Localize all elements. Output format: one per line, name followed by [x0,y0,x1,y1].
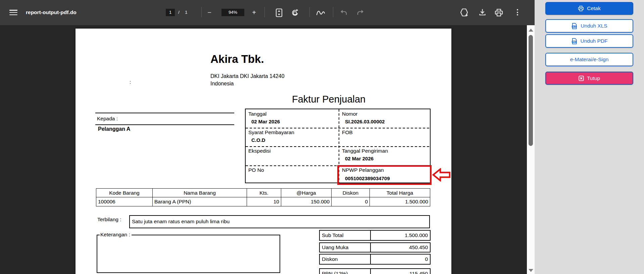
item-kts: 10 [247,197,281,206]
info-value-tanggal-pengiriman: 02 Mar 2026 [345,156,374,161]
pdf-toolbar: report-output-pdf.do 1 / 1 − 94% + [0,0,535,25]
redo-icon[interactable] [356,9,364,17]
keterangan-box: Keterangan : [97,235,280,273]
item-diskon: 0 [332,197,370,206]
info-label-tanggal-pengiriman: Tanggal Pengiriman [342,148,388,154]
item-nama: Barang A (PPN) [153,197,247,206]
total-row-subtotal: Sub Total 1.500.000 [319,230,431,241]
pdf-file-icon: PDF [571,38,578,44]
total-label: Sub Total [322,232,343,238]
annotate-draw-icon[interactable] [316,9,325,18]
toolbar-separator [201,7,202,17]
page-number-input[interactable]: 1 [166,9,175,16]
page-count: 1 [185,10,188,15]
svg-text:XLS: XLS [573,25,576,27]
unduh-pdf-button[interactable]: PDF Unduh PDF [545,34,633,48]
rotate-icon[interactable] [291,8,299,18]
scrollbar-thumb[interactable] [529,35,533,146]
total-row-uang-muka: Uang Muka 450.450 [319,242,431,252]
pdf-report-viewer: report-output-pdf.do 1 / 1 − 94% + [0,0,644,274]
terbilang-label: Terbilang : [97,217,121,223]
total-row-diskon: Diskon 0 [319,254,431,265]
zoom-level-input[interactable]: 94% [221,9,244,16]
info-label-nomor: Nomor [342,111,358,117]
scroll-up-arrow[interactable] [529,29,533,32]
pdf-scrollbar[interactable] [527,25,535,274]
e-materai-label: e-Materai/e-Sign [570,56,609,63]
info-value-nomor: SI.2026.03.00002 [345,119,385,124]
total-value: 1.500.000 [405,232,428,238]
items-table: Kode Barang Nama Barang Kts. @Harga Disk… [96,188,430,206]
unduh-xls-button[interactable]: XLS Unduh XLS [545,19,633,33]
info-row-divider [246,146,430,147]
unduh-pdf-label: Unduh PDF [581,38,608,44]
total-divider [370,243,371,252]
info-row-divider [246,128,430,128]
items-header-row: Kode Barang Nama Barang Kts. @Harga Disk… [96,189,430,197]
zoom-out-button[interactable]: − [205,8,214,17]
total-divider [370,269,371,274]
total-divider [370,231,371,240]
items-data-row: 100006 Barang A (PPN) 10 150.000 0 1.500… [96,197,430,206]
company-name: Akira Tbk. [210,53,264,66]
print-icon[interactable] [494,8,503,18]
printer-icon [578,6,584,11]
kepada-rule-bottom [95,124,234,125]
total-value: 450.450 [409,244,428,250]
menu-icon[interactable] [9,10,17,15]
cetak-button[interactable]: Cetak [545,2,633,15]
invoice-page: Akira Tbk. : DKI Jakarta DKI Jakarta 142… [76,29,451,274]
scroll-down-arrow[interactable] [529,269,533,272]
tutup-button[interactable]: Tutup [545,72,633,85]
item-harga: 150.000 [281,197,332,206]
toolbar-separator [264,7,265,17]
npwp-highlight-box [337,165,432,185]
total-divider [370,255,371,264]
document-title: report-output-pdf.do [26,9,77,15]
document-type-title: Faktur Penjualan [292,94,365,105]
add-annotation-icon[interactable] [459,8,469,18]
company-address-line2: Indonesia [210,80,234,87]
undo-icon[interactable] [340,9,348,17]
unduh-xls-label: Unduh XLS [581,23,607,29]
e-materai-button[interactable]: e-Materai/e-Sign [545,53,633,66]
items-header-total: Total Harga [370,189,430,197]
kepada-rule-top [95,113,234,113]
info-label-ekspedisi: Ekspedisi [248,148,270,154]
info-value-syarat: C.O.D [251,137,265,143]
red-arrow-pointer [432,168,451,183]
items-header-nama: Nama Barang [153,189,247,197]
items-header-harga: @Harga [281,189,332,197]
pdf-canvas-background: Akira Tbk. : DKI Jakarta DKI Jakarta 142… [0,25,535,274]
total-value: 0 [425,256,428,262]
item-kode: 100006 [96,197,153,206]
info-label-syarat: Syarat Pembayaran [248,129,294,135]
fit-to-page-icon[interactable] [276,8,283,18]
toolbar-separator [333,7,333,17]
terbilang-box: Satu juta enam ratus enam puluh lima rib… [129,215,430,228]
item-total: 1.500.000 [370,197,430,206]
page-divider: / [178,10,180,15]
info-label-po-no: PO No [248,167,264,173]
more-options-icon[interactable] [517,9,518,15]
close-box-icon [579,76,584,81]
address-colon: : [130,79,131,85]
total-label: Uang Muka [322,244,348,250]
info-label-tanggal: Tanggal [248,111,266,117]
items-header-kts: Kts. [247,189,281,197]
customer-name: Pelanggan A [98,126,130,132]
download-icon[interactable] [478,9,487,18]
total-label: Diskon [322,256,338,262]
svg-text:PDF: PDF [572,40,576,42]
action-panel: Cetak XLS Unduh XLS PDF Unduh PDF e-Mate… [535,0,644,274]
xls-file-icon: XLS [571,23,578,29]
toolbar-separator [309,7,310,17]
items-header-kode: Kode Barang [96,189,153,197]
keterangan-label: Keterangan : [100,232,132,238]
total-value: 115.450 [409,271,428,274]
total-label: PPN (12%) [322,271,348,274]
zoom-in-button[interactable]: + [250,8,258,17]
items-header-diskon: Diskon [332,189,370,197]
tutup-label: Tutup [587,75,600,81]
total-row-ppn: PPN (12%) 115.450 [319,268,431,274]
